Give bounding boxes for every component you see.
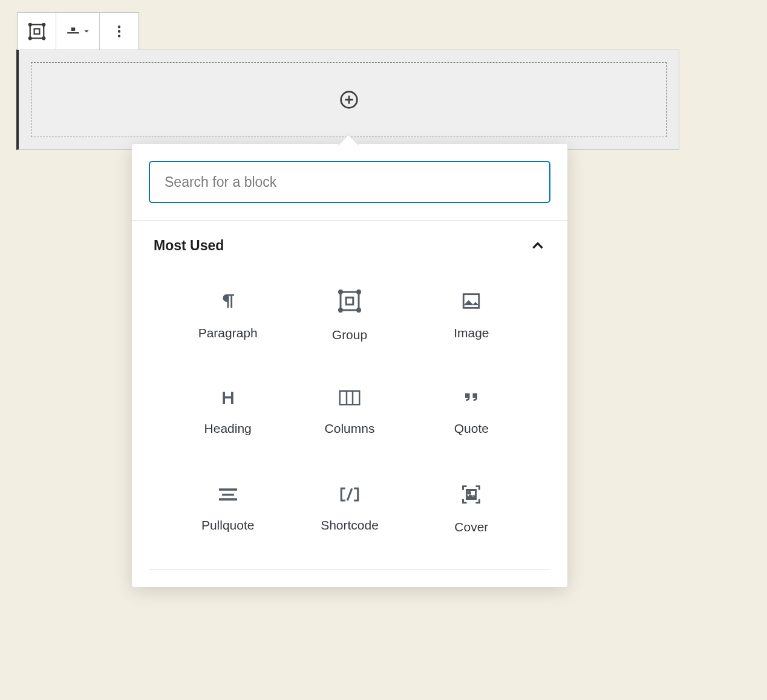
svg-rect-26 [219,498,237,501]
block-cover[interactable]: Cover [411,467,532,551]
add-block-icon [339,90,359,109]
section-title: Most Used [154,238,224,254]
block-label: Image [454,326,489,340]
svg-rect-0 [30,25,44,39]
block-label: Paragraph [198,326,258,340]
svg-point-29 [469,492,471,494]
block-image[interactable]: Image [411,273,532,358]
block-label: Shortcode [321,518,379,533]
svg-point-18 [339,308,342,311]
block-label: Cover [454,520,488,534]
svg-point-16 [339,290,342,293]
block-heading[interactable]: Heading [167,370,289,455]
group-icon [28,22,46,41]
svg-line-27 [347,488,352,501]
svg-point-5 [42,37,45,39]
svg-point-17 [357,290,360,293]
svg-point-10 [118,34,120,37]
chevron-down-icon [82,27,91,36]
more-options-button[interactable] [100,13,139,50]
svg-rect-15 [346,297,353,305]
image-icon [461,291,481,311]
svg-point-19 [357,308,360,311]
block-label: Heading [204,421,252,436]
block-quote[interactable]: Quote [411,370,532,455]
shortcode-icon [338,485,362,504]
block-inserter-popover: Most Used Paragraph [132,144,567,587]
chevron-up-icon [530,238,546,254]
svg-point-8 [118,25,120,28]
svg-point-2 [28,24,31,26]
block-group[interactable]: Group [289,273,410,358]
paragraph-icon [218,291,238,311]
svg-point-4 [28,37,31,39]
group-icon [338,289,362,313]
svg-point-3 [42,24,45,26]
svg-rect-7 [67,32,79,33]
block-columns[interactable]: Columns [289,370,410,455]
block-paragraph[interactable]: Paragraph [167,273,289,358]
svg-point-9 [118,30,120,33]
search-container [132,161,567,221]
block-toolbar [17,12,139,51]
block-label: Pullquote [201,518,255,533]
svg-rect-14 [341,292,359,310]
block-type-button[interactable] [18,13,56,50]
svg-rect-25 [222,494,234,496]
block-shortcode[interactable]: Shortcode [289,467,410,551]
align-center-icon [65,24,81,39]
kebab-icon [111,24,127,39]
svg-rect-6 [71,28,75,31]
block-label: Group [332,328,367,342]
block-label: Columns [325,421,375,436]
quote-icon [460,389,482,407]
svg-rect-24 [219,488,237,491]
svg-rect-1 [34,29,39,34]
heading-icon [219,389,237,407]
block-grid: Paragraph Group [149,261,550,570]
section-most-used-toggle[interactable]: Most Used [132,221,567,261]
add-block-dropzone[interactable] [31,62,667,137]
alignment-button[interactable] [56,13,100,50]
columns-icon [338,389,361,407]
pullquote-icon [216,485,240,504]
svg-rect-21 [340,391,360,405]
block-pullquote[interactable]: Pullquote [167,467,289,551]
svg-rect-20 [464,294,480,308]
block-label: Quote [454,421,489,436]
cover-icon [460,484,482,505]
search-input[interactable] [149,161,550,203]
